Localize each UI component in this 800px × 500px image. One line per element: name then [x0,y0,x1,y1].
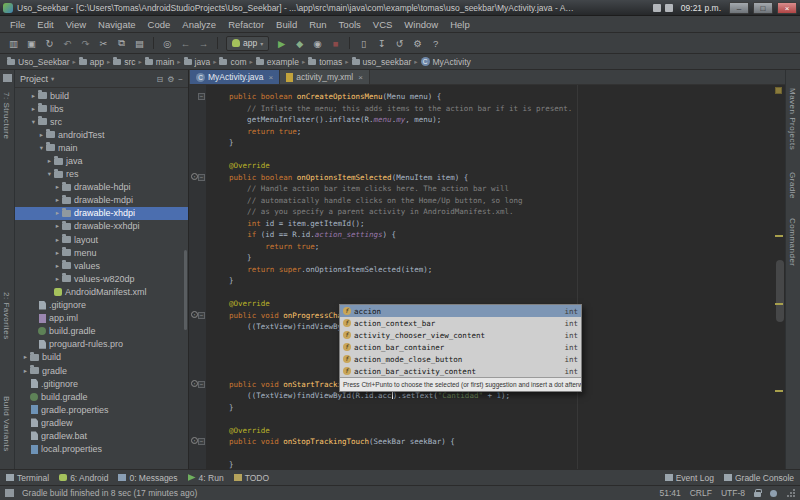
debug-icon[interactable]: ◆ [291,35,308,51]
completion-item-action-mode-close-button[interactable]: faction_mode_close_buttonint [340,353,581,365]
tree-item-drawable-xhdpi[interactable]: ▸drawable-xhdpi [15,207,188,220]
tool-tab-gradle-console[interactable]: Gradle Console [724,473,794,483]
tree-expand-icon[interactable]: ▸ [53,249,62,257]
gradle-sync-icon[interactable]: ↺ [391,35,408,51]
readonly-lock-icon[interactable] [754,492,761,497]
code-line[interactable]: public boolean onOptionsItemSelected(Men… [211,172,785,184]
tool-tab-maven-projects[interactable]: Maven Projects [788,88,797,150]
highlighting-level-icon[interactable] [770,490,777,497]
editor-tab-myactivity-java[interactable]: CMyActivity.java× [190,70,280,84]
code-line[interactable]: return true; [211,126,785,138]
tree-expand-icon[interactable]: ▸ [37,131,46,139]
code-line[interactable]: } [211,252,785,264]
menu-help[interactable]: Help [444,19,476,30]
close-icon[interactable]: × [358,73,363,82]
tree-item-build-gradle[interactable]: build.gradle [15,325,188,338]
tree-collapse-icon[interactable]: ▾ [45,170,54,178]
tree-item-gradlew[interactable]: gradlew [15,416,188,429]
menu-file[interactable]: File [4,19,31,30]
save-all-icon[interactable]: ▣ [23,35,40,51]
tool-tab-4-run[interactable]: 4: Run [188,473,224,483]
tool-windows-icon[interactable] [3,74,12,82]
menu-navigate[interactable]: Navigate [92,19,142,30]
code-line[interactable]: @Override [211,160,785,172]
crumb-src[interactable]: src [113,57,135,67]
tree-item-androidtest[interactable]: ▸androidTest [15,128,188,141]
menu-edit[interactable]: Edit [31,19,59,30]
settings-icon[interactable]: ⚙ [409,35,426,51]
cut-icon[interactable]: ✂ [95,35,112,51]
code-line[interactable]: public boolean onCreateOptionsMenu(Menu … [211,91,785,103]
code-line[interactable]: @Override [211,425,785,437]
project-panel-title[interactable]: Project [20,74,48,84]
redo-icon[interactable]: ↷ [77,35,94,51]
code-line[interactable] [211,287,785,299]
code-line[interactable]: if (id == R.id.action_settings) { [211,229,785,241]
line-separator-indicator[interactable]: CRLF [690,488,712,498]
tree-item-build[interactable]: ▸build [15,351,188,364]
fold-minus-icon[interactable]: − [198,381,205,388]
tool-tab-7-structure[interactable]: 7: Structure [2,92,11,139]
crumb-app[interactable]: app [79,57,104,67]
crumb-example[interactable]: example [256,57,299,67]
tree-expand-icon[interactable]: ▸ [53,236,62,244]
completion-item-accion[interactable]: faccionint [340,305,581,317]
tree-item-values[interactable]: ▸values [15,259,188,272]
code-line[interactable] [211,448,785,460]
tree-item-drawable-mdpi[interactable]: ▸drawable-mdpi [15,194,188,207]
menu-analyze[interactable]: Analyze [176,19,222,30]
tree-expand-icon[interactable]: ▸ [21,353,30,361]
tree-item-values-w820dp[interactable]: ▸values-w820dp [15,272,188,285]
tree-expand-icon[interactable]: ▸ [53,183,62,191]
error-stripe-mark[interactable] [775,235,783,237]
settings-icon[interactable]: ⚙ [167,75,174,84]
tree-item-local-properties[interactable]: local.properties [15,443,188,456]
tool-tab-build-variants[interactable]: Build Variants [2,396,11,452]
run-config-combo[interactable]: app▾ [226,36,269,51]
sync-icon[interactable]: ↻ [41,35,58,51]
code-line[interactable]: } [211,137,785,149]
error-stripe-mark[interactable] [775,303,783,305]
override-marker-icon[interactable]: ↑ [191,380,198,387]
code-line[interactable] [211,413,785,425]
open-icon[interactable]: ▥ [5,35,22,51]
help-icon[interactable]: ? [427,35,444,51]
override-marker-icon[interactable]: ↑ [191,437,198,444]
tree-expand-icon[interactable]: ▸ [21,367,30,375]
tree-expand-icon[interactable]: ▸ [53,262,62,270]
tree-item-res[interactable]: ▾res [15,168,188,181]
hide-panel-icon[interactable]: − [178,75,183,84]
error-stripe-mark[interactable] [775,390,783,392]
tree-item-proguard-rules-pro[interactable]: proguard-rules.pro [15,338,188,351]
tree-expand-icon[interactable]: ▸ [29,92,38,100]
tool-tab-6-android[interactable]: 6: Android [59,473,108,483]
tree-item-drawable-hdpi[interactable]: ▸drawable-hdpi [15,181,188,194]
override-marker-icon[interactable]: ↑ [191,311,198,318]
code-line[interactable] [211,149,785,161]
stop-icon[interactable]: ■ [327,35,344,51]
tree-expand-icon[interactable]: ▸ [53,209,62,217]
code-line[interactable]: // automatically handle clicks on the Ho… [211,195,785,207]
fold-minus-icon[interactable]: − [198,93,205,100]
tree-item-drawable-xxhdpi[interactable]: ▸drawable-xxhdpi [15,220,188,233]
tool-tab-0-messages[interactable]: 0: Messages [118,473,177,483]
tree-item-src[interactable]: ▾src [15,115,188,128]
tree-expand-icon[interactable]: ▸ [45,157,54,165]
tool-tab-gradle[interactable]: Gradle [788,172,797,199]
avd-manager-icon[interactable]: ▯ [355,35,372,51]
collapse-all-icon[interactable]: ⊟ [156,75,163,84]
inspections-indicator[interactable] [775,87,782,94]
encoding-indicator[interactable]: UTF-8 [721,488,745,498]
close-icon[interactable]: × [269,73,274,82]
tree-expand-icon[interactable]: ▸ [53,196,62,204]
sdk-manager-icon[interactable]: ↧ [373,35,390,51]
editor-tab-activity-my-xml[interactable]: activity_my.xml× [280,70,370,84]
tree-expand-icon[interactable]: ▸ [53,275,62,283]
tree-item-java[interactable]: ▸java [15,154,188,167]
undo-icon[interactable]: ↶ [59,35,76,51]
crumb-java[interactable]: java [184,57,211,67]
menu-run[interactable]: Run [303,19,332,30]
menu-tools[interactable]: Tools [333,19,367,30]
editor-scrollbar[interactable] [776,260,784,322]
code-area[interactable]: public boolean onCreateOptionsMenu(Menu … [207,85,785,469]
